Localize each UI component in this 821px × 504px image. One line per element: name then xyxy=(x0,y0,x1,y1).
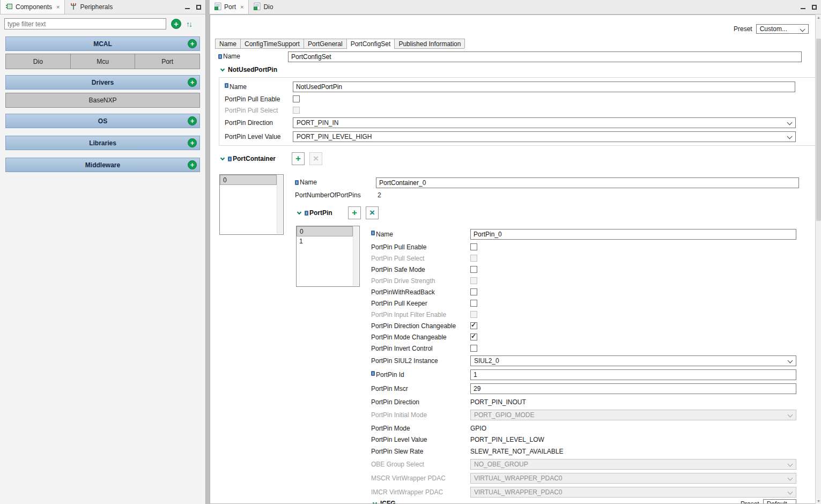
portpin-id-input[interactable] xyxy=(470,369,796,380)
section-mcal: MCAL + xyxy=(5,36,200,51)
scrollbar-thumb[interactable] xyxy=(816,39,821,221)
form-row: PortPin Slew Rate SLEW_RATE_NOT_AVAILABL… xyxy=(371,445,800,457)
close-icon[interactable]: × xyxy=(56,4,60,10)
portcontainer-add-button[interactable]: + xyxy=(292,152,305,165)
filter-row: + ↑↓ xyxy=(0,14,205,29)
preset-select[interactable]: Custom... xyxy=(756,24,809,34)
editor-scrollbar[interactable]: ▲ ▼ xyxy=(815,14,821,504)
add-driver-button[interactable]: + xyxy=(188,78,197,87)
components-icon xyxy=(5,3,13,12)
tab-port-editor[interactable]: Port × xyxy=(209,0,249,14)
notusedportpin-header[interactable]: NotUsedPortPin xyxy=(221,66,277,73)
info-icon: i xyxy=(228,157,232,161)
maximize-icon[interactable] xyxy=(196,5,201,10)
editor-tabbar: Port × Dio xyxy=(209,0,821,14)
direction-changeable-checkbox[interactable] xyxy=(470,322,477,329)
form-row: PortPin Pull Select xyxy=(371,253,800,264)
level-value-select[interactable]: PORT_PIN_LEVEL_HIGH xyxy=(293,131,796,142)
dio-file-icon xyxy=(254,3,261,12)
list-scrollbar[interactable] xyxy=(353,227,359,286)
info-icon: i xyxy=(371,231,375,235)
pull-enable-checkbox[interactable] xyxy=(470,243,477,250)
close-icon[interactable]: × xyxy=(240,4,243,10)
section-header-libraries[interactable]: Libraries + xyxy=(5,136,200,150)
add-middleware-button[interactable]: + xyxy=(188,160,197,169)
chevron-down-icon xyxy=(220,67,225,71)
drivers-items: BaseNXP xyxy=(5,93,200,108)
form-row: PortPin Level Value PORT_PIN_LEVEL_LOW xyxy=(371,434,800,445)
section-title: OS xyxy=(98,117,107,125)
scroll-up-icon[interactable]: ▲ xyxy=(816,16,821,19)
module-mcu[interactable]: Mcu xyxy=(71,54,136,69)
module-basenxp[interactable]: BaseNXP xyxy=(5,93,200,108)
input-filter-checkbox xyxy=(470,311,477,318)
safe-mode-checkbox[interactable] xyxy=(470,266,477,273)
filter-input[interactable] xyxy=(4,18,166,29)
mode-changeable-checkbox[interactable] xyxy=(470,333,477,340)
form-row: PortPin Safe Mode xyxy=(371,264,800,275)
configset-name-input[interactable] xyxy=(288,51,802,62)
numpins-label: PortNumberOfPortPins xyxy=(295,191,361,199)
list-scrollbar[interactable] xyxy=(277,175,283,234)
tab-published-information[interactable]: Published Information xyxy=(394,39,465,48)
portcontainer-list: 0 xyxy=(219,174,284,235)
direction-value: PORT_PIN_INOUT xyxy=(470,398,526,406)
list-item[interactable]: 1 xyxy=(297,236,353,247)
portpin-mscr-input[interactable] xyxy=(470,383,796,394)
section-header-drivers[interactable]: Drivers + xyxy=(5,75,200,90)
chevron-down-icon xyxy=(373,501,377,504)
pull-keeper-checkbox[interactable] xyxy=(470,300,477,307)
portpin-fields: iName PortPin Pull Enable PortPin Pull S… xyxy=(371,227,800,499)
info-icon: i xyxy=(218,54,222,59)
obe-group-select: NO_OBE_GROUP xyxy=(470,459,796,470)
portpin-name-input[interactable] xyxy=(470,229,796,240)
list-item[interactable]: 0 xyxy=(220,175,277,185)
tab-dio-editor[interactable]: Dio xyxy=(249,0,278,14)
module-port[interactable]: Port xyxy=(135,54,200,69)
portpin-add-button[interactable]: + xyxy=(348,206,361,219)
preset-select[interactable]: Default... xyxy=(763,499,796,504)
list-item[interactable]: 0 xyxy=(297,226,353,236)
form-row: PortPin Pull Enable xyxy=(219,93,815,105)
maximize-icon[interactable] xyxy=(812,5,817,10)
direction-select[interactable]: PORT_PIN_IN xyxy=(293,117,796,128)
scroll-down-icon[interactable]: ▼ xyxy=(816,499,821,503)
panel-window-buttons xyxy=(185,0,201,14)
invert-control-checkbox[interactable] xyxy=(470,345,477,352)
tab-portconfigset[interactable]: PortConfigSet xyxy=(346,39,395,48)
with-readback-checkbox[interactable] xyxy=(470,288,477,295)
form-row: PortPin Pull Keeper xyxy=(371,298,800,309)
portpin-header[interactable]: i PortPin xyxy=(298,206,332,219)
form-row: OBE Group Select NO_OBE_GROUP xyxy=(371,457,800,471)
add-mcal-button[interactable]: + xyxy=(188,39,197,48)
add-library-button[interactable]: + xyxy=(188,138,197,147)
tab-name[interactable]: Name xyxy=(215,39,241,48)
add-os-button[interactable]: + xyxy=(188,116,197,125)
section-title: Drivers xyxy=(92,79,114,86)
section-header-mcal[interactable]: MCAL + xyxy=(5,36,200,51)
siul2-instance-select[interactable]: SIUL2_0 xyxy=(470,355,796,366)
portpin-remove-button[interactable]: × xyxy=(366,206,379,219)
next-section-partial[interactable]: ICFG xyxy=(373,500,396,504)
notused-name-input[interactable] xyxy=(293,81,795,92)
level-value: PORT_PIN_LEVEL_LOW xyxy=(470,436,544,443)
module-dio[interactable]: Dio xyxy=(5,54,71,69)
section-header-os[interactable]: OS + xyxy=(5,114,200,128)
tab-portgeneral[interactable]: PortGeneral xyxy=(304,39,347,48)
section-title: Middleware xyxy=(85,161,120,169)
notusedportpin-group: iName PortPin Pull Enable PortPin Pull S… xyxy=(219,77,815,146)
chevron-down-icon xyxy=(220,156,225,160)
pull-select-checkbox xyxy=(470,255,477,262)
portcontainer-header[interactable]: i PortContainer xyxy=(221,152,276,165)
section-header-middleware[interactable]: Middleware + xyxy=(5,158,200,172)
tab-port-label: Port xyxy=(224,3,236,11)
portcontainer-name-input[interactable] xyxy=(376,177,799,188)
tab-configtimesupport[interactable]: ConfigTimeSupport xyxy=(240,39,304,48)
add-component-button[interactable]: + xyxy=(171,19,181,29)
tab-peripherals[interactable]: Peripherals xyxy=(65,0,117,14)
sort-icon[interactable]: ↑↓ xyxy=(186,20,191,28)
minimize-icon[interactable] xyxy=(801,5,805,9)
tab-components[interactable]: Components × xyxy=(0,0,65,14)
minimize-icon[interactable] xyxy=(185,5,190,9)
pull-enable-checkbox[interactable] xyxy=(293,95,300,102)
